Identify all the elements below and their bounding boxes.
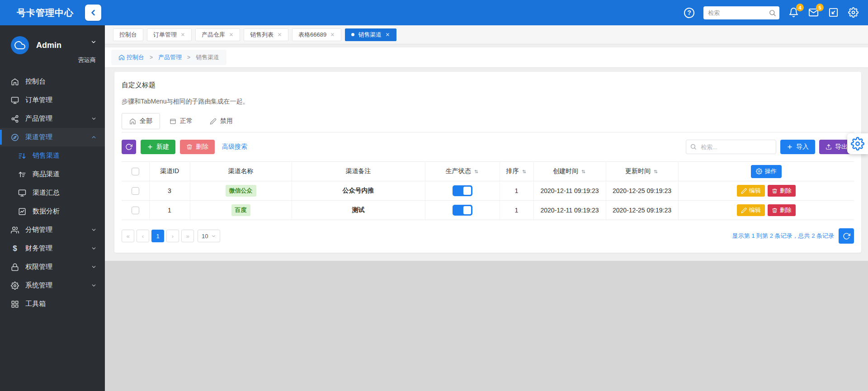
users-icon [11, 226, 19, 234]
sidebar: Admin 营运商 控制台订单管理产品管理渠道管理销售渠道商品渠道渠道汇总数据分… [0, 25, 105, 391]
last-page-button[interactable]: » [181, 230, 194, 242]
status-toggle[interactable] [453, 185, 472, 196]
tab-label: 产品仓库 [202, 31, 225, 39]
status-toggle[interactable] [453, 205, 472, 216]
sort-both-icon [580, 169, 586, 174]
column-header-inner: 渠道备注 [346, 167, 371, 175]
filter-tab-label: 正常 [180, 117, 193, 125]
prev-page-button[interactable]: ‹ [137, 230, 149, 242]
filter-tab[interactable]: 正常 [162, 113, 200, 129]
pagination: «‹1›» [122, 230, 194, 242]
messages-button[interactable]: 5 [808, 7, 819, 18]
create-button[interactable]: 新建 [141, 140, 175, 154]
column-header-inner: 渠道ID [160, 167, 179, 175]
user-block[interactable]: Admin [0, 25, 105, 54]
sidebar-item[interactable]: 控制台 [0, 72, 105, 91]
row-checkbox[interactable] [132, 207, 139, 214]
advanced-search-link[interactable]: 高级搜索 [222, 143, 247, 151]
fullscreen-button[interactable] [828, 7, 839, 18]
header-search-input[interactable] [703, 6, 779, 19]
open-tab[interactable]: 订单管理 [147, 28, 192, 41]
sidebar-item-label: 数据分析 [33, 207, 60, 216]
filter-tab-label: 禁用 [220, 117, 233, 125]
sidebar-item[interactable]: 渠道管理 [0, 128, 105, 146]
select-all-header-cell [122, 162, 149, 181]
channel-name-badge: 微信公众 [226, 185, 256, 197]
header-search [703, 6, 779, 19]
updated-cell: 2020-12-25 09:19:23 [606, 181, 678, 201]
delete-button[interactable]: 删除 [768, 204, 796, 216]
user-menu-caret-icon[interactable] [90, 39, 97, 45]
edit-button[interactable]: 编辑 [737, 185, 765, 197]
open-tab[interactable]: 控制台 [113, 28, 143, 41]
sidebar-item[interactable]: 分销管理 [0, 221, 105, 239]
sidebar-item[interactable]: 订单管理 [0, 91, 105, 109]
refresh-button[interactable] [122, 140, 136, 154]
header-actions: ? 4 5 [684, 6, 868, 19]
help-icon[interactable]: ? [684, 8, 694, 18]
page-1-button[interactable]: 1 [151, 230, 164, 242]
delete-button[interactable]: 删除 [768, 185, 796, 197]
sidebar-subitem[interactable]: 渠道汇总 [0, 184, 105, 202]
bulk-delete-button[interactable]: 删除 [180, 140, 215, 154]
open-tab[interactable]: 销售渠道 [345, 28, 396, 41]
fullscreen-icon [828, 7, 839, 18]
filter-tab[interactable]: 禁用 [202, 113, 241, 129]
channel-name-badge: 百度 [231, 204, 250, 216]
breadcrumb-item: 销售渠道 [196, 53, 219, 61]
breadcrumb-item[interactable]: 产品管理 [158, 53, 182, 61]
filter-tab[interactable]: 全部 [122, 113, 160, 129]
column-header-label: 更新时间 [625, 167, 651, 175]
trash-icon [772, 188, 778, 194]
open-tab[interactable]: 产品仓库 [195, 28, 240, 41]
pencil-icon [741, 207, 747, 213]
message-badge: 5 [816, 4, 824, 11]
sidebar-subitem[interactable]: 商品渠道 [0, 165, 105, 184]
notifications-button[interactable]: 4 [788, 7, 799, 18]
open-tab[interactable]: 销售列表 [244, 28, 288, 41]
sidebar-subitem[interactable]: 数据分析 [0, 202, 105, 221]
sidebar-collapse-button[interactable] [85, 5, 101, 21]
sidebar-item-label: 商品渠道 [33, 170, 60, 179]
sidebar-item[interactable]: $财务管理 [0, 239, 105, 258]
sidebar-item[interactable]: 权限管理 [0, 258, 105, 276]
tab-label: 表格66689 [298, 31, 326, 39]
edit-button-label: 编辑 [749, 187, 761, 195]
open-tab[interactable]: 表格66689 [292, 28, 341, 41]
sidebar-item[interactable]: 产品管理 [0, 109, 105, 128]
select-all-checkbox[interactable] [132, 168, 139, 175]
chevron-down-icon [91, 283, 97, 288]
table-search-input[interactable] [686, 140, 776, 154]
next-page-button[interactable]: › [166, 230, 179, 242]
open-tabs-bar: 控制台订单管理产品仓库销售列表表格66689销售渠道 [105, 25, 868, 44]
breadcrumb: 控制台>产品管理>销售渠道 [111, 50, 226, 65]
actions-header-label: 操作 [765, 167, 777, 175]
sidebar-subitem[interactable]: 销售渠道 [0, 146, 105, 165]
sidebar-item[interactable]: 系统管理 [0, 276, 105, 295]
export-button-label: 导出 [835, 143, 848, 151]
updated-cell: 2020-12-25 09:19:23 [606, 201, 678, 220]
first-page-button[interactable]: « [122, 230, 134, 242]
content-card: 自定义标题 步骤和TabMenu与相同的子路由集成在一起。 全部正常禁用 新建 … [114, 72, 861, 253]
tab-label: 订单管理 [153, 31, 177, 39]
sidebar-item-label: 渠道管理 [25, 133, 52, 141]
home-icon [129, 118, 136, 125]
row-checkbox[interactable] [132, 187, 139, 195]
close-icon [277, 32, 282, 37]
chevron-down-icon [91, 227, 97, 233]
edit-button[interactable]: 编辑 [737, 204, 765, 216]
sidebar-item-label: 系统管理 [25, 281, 52, 290]
table-refresh-button[interactable] [839, 228, 854, 244]
columns-settings-button[interactable]: 操作 [751, 165, 782, 178]
theme-settings-button[interactable] [847, 133, 868, 154]
monitor-icon [18, 189, 26, 197]
column-header-label: 创建时间 [553, 167, 578, 175]
breadcrumb-item[interactable]: 控制台 [127, 53, 144, 61]
header-settings-button[interactable] [848, 7, 859, 18]
sidebar-item-label: 控制台 [25, 77, 46, 86]
import-button[interactable]: 导入 [780, 140, 815, 154]
sidebar-item-label: 产品管理 [25, 114, 52, 123]
sidebar-item[interactable]: 工具箱 [0, 295, 105, 313]
search-icon[interactable] [769, 9, 776, 17]
page-size-select[interactable]: 10 [198, 230, 220, 242]
